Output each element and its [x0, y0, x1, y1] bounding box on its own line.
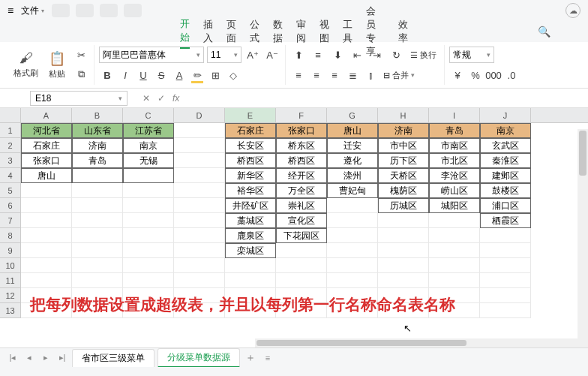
- align-right-icon[interactable]: ≡: [326, 67, 343, 83]
- cell[interactable]: 栖霞区: [480, 213, 531, 228]
- cell[interactable]: 河北省: [21, 123, 72, 138]
- currency-button[interactable]: ¥: [449, 67, 466, 83]
- cell[interactable]: [174, 153, 225, 168]
- sheet-nav-prev-icon[interactable]: ◂: [22, 353, 36, 362]
- search-icon[interactable]: 🔍: [538, 26, 550, 38]
- cell[interactable]: 南京: [123, 138, 174, 153]
- cell[interactable]: 裕华区: [225, 183, 276, 198]
- cell[interactable]: 江苏省: [123, 123, 174, 138]
- cell[interactable]: 栾城区: [225, 243, 276, 258]
- row-header[interactable]: 6: [0, 198, 21, 213]
- sheet-list-icon[interactable]: ≡: [261, 353, 274, 362]
- cell[interactable]: [378, 213, 429, 228]
- cell[interactable]: 济南: [72, 138, 123, 153]
- cell[interactable]: 建邺区: [480, 168, 531, 183]
- horizontal-scrollbar[interactable]: [255, 338, 578, 347]
- cell[interactable]: [429, 228, 480, 243]
- cell[interactable]: [72, 258, 123, 273]
- cell[interactable]: [480, 243, 531, 258]
- cell[interactable]: 崂山区: [429, 183, 480, 198]
- row-header[interactable]: 3: [0, 153, 21, 168]
- row-header[interactable]: 12: [0, 288, 21, 303]
- paste-button[interactable]: 📋 粘贴: [46, 49, 68, 81]
- cell[interactable]: [21, 243, 72, 258]
- column-header[interactable]: G: [327, 108, 378, 122]
- name-box[interactable]: E18 ▾: [30, 91, 128, 106]
- tab-insert[interactable]: 插入: [203, 15, 213, 48]
- cell[interactable]: [123, 243, 174, 258]
- cell[interactable]: 张家口: [276, 123, 327, 138]
- cell[interactable]: 浦口区: [480, 198, 531, 213]
- cell[interactable]: 鹿泉区: [225, 228, 276, 243]
- cell[interactable]: [276, 273, 327, 288]
- strike-button[interactable]: S: [153, 67, 170, 83]
- cell[interactable]: [21, 258, 72, 273]
- cell[interactable]: 井陉矿区: [225, 198, 276, 213]
- cell[interactable]: [72, 228, 123, 243]
- italic-button[interactable]: I: [117, 67, 134, 83]
- cell[interactable]: [123, 198, 174, 213]
- cell[interactable]: [21, 228, 72, 243]
- cell[interactable]: 玄武区: [480, 138, 531, 153]
- vertical-scrollbar[interactable]: [578, 129, 588, 347]
- clear-format-icon[interactable]: ◇: [225, 67, 242, 83]
- cell[interactable]: 崇礼区: [276, 198, 327, 213]
- tab-vip[interactable]: 会员专享: [366, 2, 385, 62]
- cell[interactable]: [174, 198, 225, 213]
- cell[interactable]: [327, 258, 378, 273]
- cell[interactable]: [480, 303, 531, 318]
- cut-icon[interactable]: ✂: [73, 47, 89, 63]
- doc-tab[interactable]: [124, 4, 142, 17]
- tab-tools[interactable]: 工具: [343, 15, 352, 48]
- align-center-icon[interactable]: ≡: [308, 67, 325, 83]
- tab-start[interactable]: 开始: [180, 14, 190, 49]
- doc-tab[interactable]: [76, 4, 94, 17]
- cell[interactable]: 下花园区: [276, 228, 327, 243]
- percent-button[interactable]: %: [467, 67, 484, 83]
- cell[interactable]: [123, 183, 174, 198]
- column-header[interactable]: I: [429, 108, 480, 122]
- row-header[interactable]: 7: [0, 213, 21, 228]
- cell[interactable]: [174, 258, 225, 273]
- cell[interactable]: 经开区: [276, 168, 327, 183]
- cell[interactable]: [276, 243, 327, 258]
- cell[interactable]: 桥东区: [276, 138, 327, 153]
- tab-page[interactable]: 页面: [226, 15, 236, 48]
- cell[interactable]: 历城区: [378, 198, 429, 213]
- cell[interactable]: [276, 258, 327, 273]
- add-sheet-icon[interactable]: ＋: [243, 351, 258, 365]
- cell[interactable]: [123, 258, 174, 273]
- cell[interactable]: 无锡: [123, 153, 174, 168]
- cell[interactable]: 石家庄: [225, 123, 276, 138]
- cell[interactable]: [378, 228, 429, 243]
- cell[interactable]: [21, 213, 72, 228]
- cell[interactable]: 曹妃甸: [327, 183, 378, 198]
- border-button[interactable]: ⊞: [207, 67, 224, 83]
- cell[interactable]: [327, 273, 378, 288]
- number-format-select[interactable]: 常规▾: [449, 47, 494, 63]
- cell[interactable]: [72, 243, 123, 258]
- cell[interactable]: [378, 273, 429, 288]
- cell[interactable]: [378, 243, 429, 258]
- cell[interactable]: [225, 258, 276, 273]
- cell[interactable]: [480, 288, 531, 303]
- cell[interactable]: [123, 168, 174, 183]
- cell[interactable]: 槐荫区: [378, 183, 429, 198]
- cell[interactable]: [480, 273, 531, 288]
- indent-decrease-icon[interactable]: ⇤: [349, 47, 365, 63]
- cell[interactable]: 张家口: [21, 153, 72, 168]
- doc-tab[interactable]: [52, 4, 70, 17]
- cell[interactable]: 山东省: [72, 123, 123, 138]
- cell[interactable]: [480, 258, 531, 273]
- column-header[interactable]: E: [225, 108, 276, 122]
- thousands-icon[interactable]: 000: [485, 67, 502, 83]
- file-menu[interactable]: 文件 ▾: [21, 5, 44, 17]
- row-header[interactable]: 5: [0, 183, 21, 198]
- cell[interactable]: [327, 243, 378, 258]
- distribute-icon[interactable]: ⫿: [362, 67, 379, 83]
- font-size-select[interactable]: 11▾: [207, 47, 242, 63]
- cell[interactable]: [21, 273, 72, 288]
- cell[interactable]: 市中区: [378, 138, 429, 153]
- tab-formula[interactable]: 公式: [250, 15, 260, 48]
- tab-data[interactable]: 数据: [273, 15, 283, 48]
